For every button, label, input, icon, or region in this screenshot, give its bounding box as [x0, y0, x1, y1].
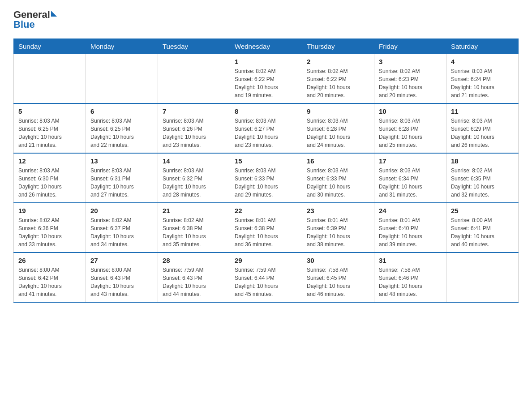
- day-info: Sunrise: 8:03 AM Sunset: 6:28 PM Dayligh…: [379, 117, 442, 149]
- day-info: Sunrise: 8:00 AM Sunset: 6:41 PM Dayligh…: [451, 216, 514, 248]
- day-cell: 10Sunrise: 8:03 AM Sunset: 6:28 PM Dayli…: [374, 103, 446, 153]
- day-info: Sunrise: 8:02 AM Sunset: 6:37 PM Dayligh…: [90, 216, 153, 248]
- day-cell: [446, 253, 519, 302]
- day-number: 30: [307, 257, 369, 264]
- day-cell: 2Sunrise: 8:02 AM Sunset: 6:22 PM Daylig…: [302, 54, 374, 104]
- day-info: Sunrise: 7:59 AM Sunset: 6:44 PM Dayligh…: [235, 266, 297, 298]
- day-number: 20: [90, 207, 153, 214]
- day-cell: 14Sunrise: 8:03 AM Sunset: 6:32 PM Dayli…: [158, 153, 230, 203]
- day-number: 9: [307, 107, 369, 115]
- day-cell: 28Sunrise: 7:59 AM Sunset: 6:43 PM Dayli…: [158, 253, 230, 302]
- day-cell: 11Sunrise: 8:03 AM Sunset: 6:29 PM Dayli…: [446, 103, 519, 153]
- header-saturday: Saturday: [446, 39, 519, 54]
- day-info: Sunrise: 8:03 AM Sunset: 6:24 PM Dayligh…: [451, 67, 514, 99]
- day-cell: 30Sunrise: 7:58 AM Sunset: 6:45 PM Dayli…: [302, 253, 374, 302]
- day-cell: 13Sunrise: 8:03 AM Sunset: 6:31 PM Dayli…: [86, 153, 158, 203]
- day-info: Sunrise: 8:01 AM Sunset: 6:38 PM Dayligh…: [235, 216, 297, 248]
- day-cell: 6Sunrise: 8:03 AM Sunset: 6:25 PM Daylig…: [86, 103, 158, 153]
- day-cell: 3Sunrise: 8:02 AM Sunset: 6:23 PM Daylig…: [374, 54, 446, 104]
- day-cell: 9Sunrise: 8:03 AM Sunset: 6:28 PM Daylig…: [302, 103, 374, 153]
- day-cell: 23Sunrise: 8:01 AM Sunset: 6:39 PM Dayli…: [302, 203, 374, 253]
- day-cell: 5Sunrise: 8:03 AM Sunset: 6:25 PM Daylig…: [14, 103, 86, 153]
- day-number: 25: [451, 207, 514, 214]
- day-number: 15: [235, 157, 297, 165]
- day-cell: [14, 54, 86, 104]
- day-number: 28: [163, 257, 225, 264]
- day-number: 5: [18, 107, 81, 115]
- day-number: 11: [451, 107, 514, 115]
- day-cell: 29Sunrise: 7:59 AM Sunset: 6:44 PM Dayli…: [230, 253, 302, 302]
- day-cell: 19Sunrise: 8:02 AM Sunset: 6:36 PM Dayli…: [14, 203, 86, 253]
- week-row-2: 5Sunrise: 8:03 AM Sunset: 6:25 PM Daylig…: [14, 103, 519, 153]
- day-info: Sunrise: 8:02 AM Sunset: 6:35 PM Dayligh…: [451, 167, 514, 199]
- week-row-3: 12Sunrise: 8:03 AM Sunset: 6:30 PM Dayli…: [14, 153, 519, 203]
- day-cell: 18Sunrise: 8:02 AM Sunset: 6:35 PM Dayli…: [446, 153, 519, 203]
- day-info: Sunrise: 8:02 AM Sunset: 6:22 PM Dayligh…: [235, 67, 297, 99]
- day-info: Sunrise: 8:00 AM Sunset: 6:42 PM Dayligh…: [18, 266, 81, 298]
- day-info: Sunrise: 8:03 AM Sunset: 6:28 PM Dayligh…: [307, 117, 369, 149]
- day-cell: 1Sunrise: 8:02 AM Sunset: 6:22 PM Daylig…: [230, 54, 302, 104]
- calendar-table: SundayMondayTuesdayWednesdayThursdayFrid…: [13, 39, 519, 303]
- page-header: General Blue: [13, 9, 519, 30]
- day-number: 4: [451, 58, 514, 65]
- day-cell: 20Sunrise: 8:02 AM Sunset: 6:37 PM Dayli…: [86, 203, 158, 253]
- week-row-1: 1Sunrise: 8:02 AM Sunset: 6:22 PM Daylig…: [14, 54, 519, 104]
- day-number: 13: [90, 157, 153, 165]
- day-info: Sunrise: 7:58 AM Sunset: 6:45 PM Dayligh…: [307, 266, 369, 298]
- calendar-header-row: SundayMondayTuesdayWednesdayThursdayFrid…: [14, 39, 519, 54]
- header-monday: Monday: [86, 39, 158, 54]
- day-cell: [86, 54, 158, 104]
- header-sunday: Sunday: [14, 39, 86, 54]
- day-cell: 16Sunrise: 8:03 AM Sunset: 6:33 PM Dayli…: [302, 153, 374, 203]
- day-info: Sunrise: 8:01 AM Sunset: 6:40 PM Dayligh…: [379, 216, 442, 248]
- day-number: 14: [163, 157, 225, 165]
- day-cell: 24Sunrise: 8:01 AM Sunset: 6:40 PM Dayli…: [374, 203, 446, 253]
- day-info: Sunrise: 8:02 AM Sunset: 6:38 PM Dayligh…: [163, 216, 225, 248]
- day-cell: 8Sunrise: 8:03 AM Sunset: 6:27 PM Daylig…: [230, 103, 302, 153]
- day-cell: 27Sunrise: 8:00 AM Sunset: 6:43 PM Dayli…: [86, 253, 158, 302]
- day-info: Sunrise: 8:03 AM Sunset: 6:31 PM Dayligh…: [90, 167, 153, 199]
- day-info: Sunrise: 8:03 AM Sunset: 6:33 PM Dayligh…: [307, 167, 369, 199]
- day-info: Sunrise: 7:59 AM Sunset: 6:43 PM Dayligh…: [163, 266, 225, 298]
- day-number: 29: [235, 257, 297, 264]
- day-cell: 26Sunrise: 8:00 AM Sunset: 6:42 PM Dayli…: [14, 253, 86, 302]
- day-number: 7: [163, 107, 225, 115]
- day-number: 31: [379, 257, 442, 264]
- day-number: 8: [235, 107, 297, 115]
- day-number: 27: [90, 257, 153, 264]
- day-info: Sunrise: 8:03 AM Sunset: 6:32 PM Dayligh…: [163, 167, 225, 199]
- day-number: 6: [90, 107, 153, 115]
- day-number: 10: [379, 107, 442, 115]
- day-number: 24: [379, 207, 442, 214]
- day-cell: 4Sunrise: 8:03 AM Sunset: 6:24 PM Daylig…: [446, 54, 519, 104]
- day-info: Sunrise: 8:03 AM Sunset: 6:27 PM Dayligh…: [235, 117, 297, 149]
- day-number: 1: [235, 58, 297, 65]
- day-info: Sunrise: 8:03 AM Sunset: 6:30 PM Dayligh…: [18, 167, 81, 199]
- day-info: Sunrise: 7:58 AM Sunset: 6:46 PM Dayligh…: [379, 266, 442, 298]
- day-cell: 31Sunrise: 7:58 AM Sunset: 6:46 PM Dayli…: [374, 253, 446, 302]
- day-cell: 15Sunrise: 8:03 AM Sunset: 6:33 PM Dayli…: [230, 153, 302, 203]
- day-number: 21: [163, 207, 225, 214]
- day-info: Sunrise: 8:02 AM Sunset: 6:36 PM Dayligh…: [18, 216, 81, 248]
- day-cell: 25Sunrise: 8:00 AM Sunset: 6:41 PM Dayli…: [446, 203, 519, 253]
- header-thursday: Thursday: [302, 39, 374, 54]
- day-info: Sunrise: 8:03 AM Sunset: 6:26 PM Dayligh…: [163, 117, 225, 149]
- day-number: 17: [379, 157, 442, 165]
- day-number: 3: [379, 58, 442, 65]
- day-number: 18: [451, 157, 514, 165]
- week-row-4: 19Sunrise: 8:02 AM Sunset: 6:36 PM Dayli…: [14, 203, 519, 253]
- day-cell: 17Sunrise: 8:03 AM Sunset: 6:34 PM Dayli…: [374, 153, 446, 203]
- logo-triangle-icon: [51, 11, 57, 17]
- day-number: 22: [235, 207, 297, 214]
- day-info: Sunrise: 8:03 AM Sunset: 6:33 PM Dayligh…: [235, 167, 297, 199]
- day-cell: [158, 54, 230, 104]
- day-number: 26: [18, 257, 81, 264]
- day-number: 2: [307, 58, 369, 65]
- day-number: 23: [307, 207, 369, 214]
- header-wednesday: Wednesday: [230, 39, 302, 54]
- day-number: 19: [18, 207, 81, 214]
- day-cell: 12Sunrise: 8:03 AM Sunset: 6:30 PM Dayli…: [14, 153, 86, 203]
- logo-blue: Blue: [13, 19, 35, 30]
- day-info: Sunrise: 8:03 AM Sunset: 6:29 PM Dayligh…: [451, 117, 514, 149]
- day-number: 12: [18, 157, 81, 165]
